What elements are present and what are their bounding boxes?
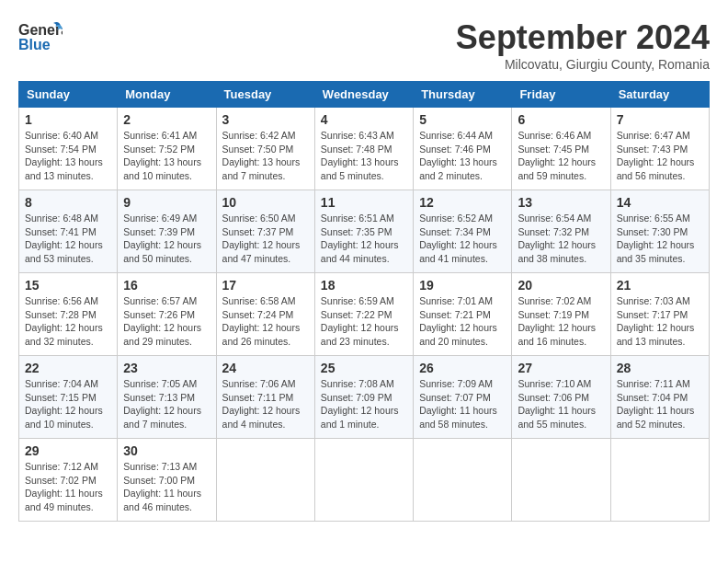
day-of-week-header: Saturday [610,82,709,108]
calendar-day-cell: 25Sunrise: 7:08 AM Sunset: 7:09 PM Dayli… [314,356,413,439]
day-info: Sunrise: 6:54 AM Sunset: 7:32 PM Dayligh… [518,212,604,266]
title-section: September 2024 Milcovatu, Giurgiu County… [456,18,710,72]
day-number: 9 [123,195,210,210]
calendar-week-row: 22Sunrise: 7:04 AM Sunset: 7:15 PM Dayli… [19,356,710,439]
day-number: 7 [617,112,703,127]
calendar-day-cell: 27Sunrise: 7:10 AM Sunset: 7:06 PM Dayli… [512,356,610,439]
calendar-day-cell: 23Sunrise: 7:05 AM Sunset: 7:13 PM Dayli… [118,356,216,439]
day-number: 16 [123,278,210,293]
calendar-day-cell: 22Sunrise: 7:04 AM Sunset: 7:15 PM Dayli… [19,356,118,439]
calendar-week-row: 15Sunrise: 6:56 AM Sunset: 7:28 PM Dayli… [19,273,710,356]
calendar-day-cell: 18Sunrise: 6:59 AM Sunset: 7:22 PM Dayli… [314,273,413,356]
calendar-day-cell: 3Sunrise: 6:42 AM Sunset: 7:50 PM Daylig… [216,108,314,190]
day-number: 18 [321,278,407,293]
calendar-day-cell: 14Sunrise: 6:55 AM Sunset: 7:30 PM Dayli… [610,190,709,273]
day-number: 3 [222,112,309,127]
page-header: General Blue September 2024 Milcovatu, G… [18,18,710,72]
day-info: Sunrise: 6:42 AM Sunset: 7:50 PM Dayligh… [222,129,309,183]
day-number: 11 [321,195,407,210]
svg-text:General: General [18,22,63,38]
calendar-day-cell: 19Sunrise: 7:01 AM Sunset: 7:21 PM Dayli… [414,273,512,356]
day-of-week-header: Tuesday [216,82,314,108]
day-number: 14 [617,195,703,210]
calendar-day-cell [512,439,610,522]
calendar-day-cell: 10Sunrise: 6:50 AM Sunset: 7:37 PM Dayli… [216,190,314,273]
logo: General Blue [18,18,63,55]
calendar-day-cell: 7Sunrise: 6:47 AM Sunset: 7:43 PM Daylig… [610,108,709,190]
calendar-day-cell: 2Sunrise: 6:41 AM Sunset: 7:52 PM Daylig… [118,108,216,190]
calendar-day-cell: 12Sunrise: 6:52 AM Sunset: 7:34 PM Dayli… [414,190,512,273]
calendar-day-cell: 21Sunrise: 7:03 AM Sunset: 7:17 PM Dayli… [610,273,709,356]
day-number: 23 [123,361,210,375]
day-info: Sunrise: 7:13 AM Sunset: 7:00 PM Dayligh… [123,460,210,514]
day-of-week-header: Sunday [19,82,118,108]
day-info: Sunrise: 7:12 AM Sunset: 7:02 PM Dayligh… [25,460,111,514]
day-number: 10 [222,195,309,210]
day-number: 21 [617,278,703,293]
calendar-day-cell: 15Sunrise: 6:56 AM Sunset: 7:28 PM Dayli… [19,273,118,356]
calendar-day-cell: 9Sunrise: 6:49 AM Sunset: 7:39 PM Daylig… [118,190,216,273]
day-number: 5 [419,112,506,127]
svg-text:Blue: Blue [18,37,51,52]
day-info: Sunrise: 7:09 AM Sunset: 7:07 PM Dayligh… [419,377,506,431]
calendar-header-row: SundayMondayTuesdayWednesdayThursdayFrid… [19,82,710,108]
day-number: 26 [419,361,506,375]
day-info: Sunrise: 6:52 AM Sunset: 7:34 PM Dayligh… [419,212,506,266]
calendar-day-cell: 28Sunrise: 7:11 AM Sunset: 7:04 PM Dayli… [610,356,709,439]
day-info: Sunrise: 7:01 AM Sunset: 7:21 PM Dayligh… [419,294,506,349]
day-info: Sunrise: 6:46 AM Sunset: 7:45 PM Dayligh… [518,129,604,183]
calendar-week-row: 29Sunrise: 7:12 AM Sunset: 7:02 PM Dayli… [19,439,710,522]
calendar-day-cell: 1Sunrise: 6:40 AM Sunset: 7:54 PM Daylig… [19,108,118,190]
day-info: Sunrise: 7:10 AM Sunset: 7:06 PM Dayligh… [518,377,604,431]
calendar-day-cell: 16Sunrise: 6:57 AM Sunset: 7:26 PM Dayli… [118,273,216,356]
day-info: Sunrise: 6:51 AM Sunset: 7:35 PM Dayligh… [321,212,407,266]
calendar-day-cell [314,439,413,522]
calendar-week-row: 1Sunrise: 6:40 AM Sunset: 7:54 PM Daylig… [19,108,710,190]
day-number: 30 [123,443,210,458]
month-title: September 2024 [456,18,710,57]
day-of-week-header: Monday [118,82,216,108]
day-number: 8 [25,195,111,210]
day-number: 6 [518,112,604,127]
day-info: Sunrise: 6:50 AM Sunset: 7:37 PM Dayligh… [222,212,309,266]
day-info: Sunrise: 7:02 AM Sunset: 7:19 PM Dayligh… [518,294,604,349]
calendar-day-cell [216,439,314,522]
day-of-week-header: Friday [512,82,610,108]
day-number: 15 [25,278,111,293]
day-info: Sunrise: 6:57 AM Sunset: 7:26 PM Dayligh… [123,294,210,349]
day-info: Sunrise: 7:03 AM Sunset: 7:17 PM Dayligh… [617,294,703,349]
day-number: 25 [321,361,407,375]
day-info: Sunrise: 7:06 AM Sunset: 7:11 PM Dayligh… [222,377,309,431]
day-number: 4 [321,112,407,127]
calendar-day-cell: 29Sunrise: 7:12 AM Sunset: 7:02 PM Dayli… [19,439,118,522]
day-info: Sunrise: 7:05 AM Sunset: 7:13 PM Dayligh… [123,377,210,431]
day-info: Sunrise: 6:44 AM Sunset: 7:46 PM Dayligh… [419,129,506,183]
calendar-day-cell [414,439,512,522]
calendar-day-cell: 17Sunrise: 6:58 AM Sunset: 7:24 PM Dayli… [216,273,314,356]
calendar-day-cell: 24Sunrise: 7:06 AM Sunset: 7:11 PM Dayli… [216,356,314,439]
day-info: Sunrise: 6:58 AM Sunset: 7:24 PM Dayligh… [222,294,309,349]
calendar-day-cell: 5Sunrise: 6:44 AM Sunset: 7:46 PM Daylig… [414,108,512,190]
day-info: Sunrise: 6:59 AM Sunset: 7:22 PM Dayligh… [321,294,407,349]
calendar-table: SundayMondayTuesdayWednesdayThursdayFrid… [18,81,710,522]
day-number: 19 [419,278,506,293]
day-number: 22 [25,361,111,375]
day-number: 1 [25,112,111,127]
day-info: Sunrise: 6:49 AM Sunset: 7:39 PM Dayligh… [123,212,210,266]
location: Milcovatu, Giurgiu County, Romania [456,57,710,72]
calendar-day-cell: 26Sunrise: 7:09 AM Sunset: 7:07 PM Dayli… [414,356,512,439]
day-of-week-header: Thursday [414,82,512,108]
day-info: Sunrise: 6:41 AM Sunset: 7:52 PM Dayligh… [123,129,210,183]
day-number: 20 [518,278,604,293]
day-number: 24 [222,361,309,375]
day-number: 13 [518,195,604,210]
day-info: Sunrise: 6:55 AM Sunset: 7:30 PM Dayligh… [617,212,703,266]
calendar-day-cell [610,439,709,522]
day-number: 17 [222,278,309,293]
day-info: Sunrise: 6:40 AM Sunset: 7:54 PM Dayligh… [25,129,111,183]
day-number: 28 [617,361,703,375]
day-info: Sunrise: 7:04 AM Sunset: 7:15 PM Dayligh… [25,377,111,431]
calendar-day-cell: 8Sunrise: 6:48 AM Sunset: 7:41 PM Daylig… [19,190,118,273]
calendar-day-cell: 6Sunrise: 6:46 AM Sunset: 7:45 PM Daylig… [512,108,610,190]
calendar-day-cell: 13Sunrise: 6:54 AM Sunset: 7:32 PM Dayli… [512,190,610,273]
